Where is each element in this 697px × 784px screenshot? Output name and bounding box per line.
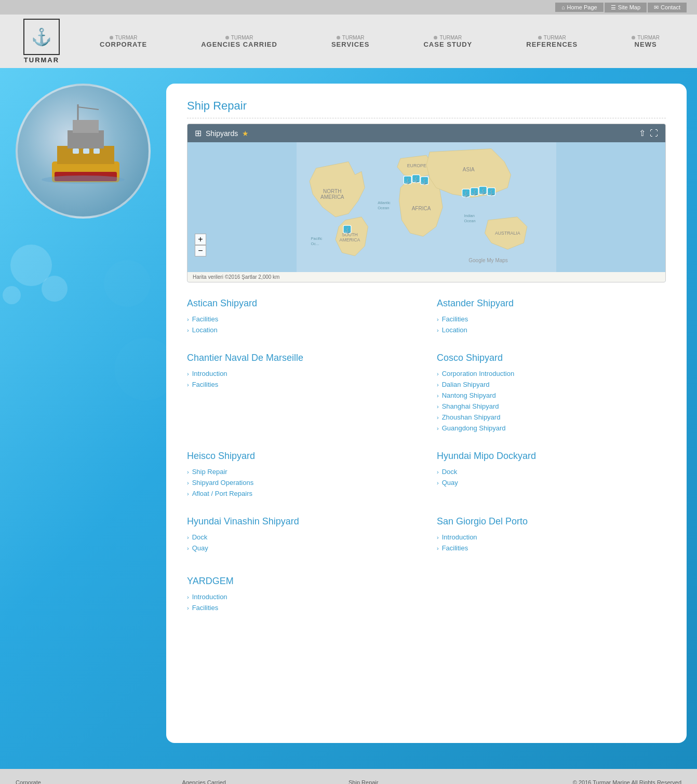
site-map-button[interactable]: ☰ Site Map	[605, 3, 647, 12]
svg-text:AMERICA: AMERICA	[320, 194, 344, 200]
map-zoom-in-button[interactable]: +	[195, 234, 206, 245]
sangiorgio-intro-link[interactable]: › Introduction	[437, 533, 666, 541]
arrow-icon: ›	[187, 491, 189, 497]
nav-dot-services	[337, 36, 340, 39]
nav-corporate[interactable]: TURMAR CORPORATE	[100, 35, 147, 48]
astander-facilities-link[interactable]: › Facilities	[437, 315, 666, 323]
svg-text:⚓: ⚓	[404, 177, 412, 184]
nav-news[interactable]: TURMAR NEWS	[632, 35, 660, 48]
cosco-dalian-link[interactable]: › Dalian Shipyard	[437, 381, 666, 388]
main-area: Ship Repair ⊞ Shipyards ★ ⇧ ⛶	[0, 68, 697, 769]
yardgem-facilities-link[interactable]: › Facilities	[187, 604, 666, 612]
arrow-icon: ›	[187, 469, 189, 475]
cosco-zhoushan-link[interactable]: › Zhoushan Shipyard	[437, 413, 666, 421]
shipyard-cosco-title: Cosco Shipyard	[437, 353, 666, 363]
contact-button[interactable]: ✉ Contact	[648, 3, 687, 12]
footer-copyright: © 2016 Turmar Marine All Rights Reserved	[515, 779, 682, 784]
nav-agencies[interactable]: TURMAR AGENCIES CARRIED	[201, 35, 277, 48]
nav-references[interactable]: TURMAR REFERENCES	[526, 35, 578, 48]
arrow-icon: ›	[187, 480, 189, 486]
cosco-corp-link[interactable]: › Corporation Introduction	[437, 370, 666, 377]
map-header-left: ⊞ Shipyards ★	[195, 128, 249, 138]
home-page-button[interactable]: ⌂ Home Page	[555, 3, 604, 12]
arrow-icon: ›	[437, 534, 439, 540]
svg-text:⚓: ⚓	[412, 175, 420, 183]
heisco-afloat-link[interactable]: › Afloat / Port Repairs	[187, 490, 416, 497]
map-header-icons: ⇧ ⛶	[639, 128, 658, 138]
svg-rect-4	[73, 120, 99, 133]
nav-dot-news	[632, 36, 635, 39]
vinashin-quay-link[interactable]: › Quay	[187, 544, 416, 552]
svg-text:AUSTRALIA: AUSTRALIA	[495, 231, 520, 236]
heisco-ship-repair-link[interactable]: › Ship Repair	[187, 468, 416, 476]
cosco-shanghai-link[interactable]: › Shanghai Shipyard	[437, 402, 666, 410]
cosco-nantong-link[interactable]: › Nantong Shipyard	[437, 391, 666, 399]
content-panel: Ship Repair ⊞ Shipyards ★ ⇧ ⛶	[166, 84, 687, 743]
svg-text:⚓: ⚓	[421, 178, 428, 185]
nav-services[interactable]: TURMAR SERVICES	[331, 35, 370, 48]
svg-text:Pacific: Pacific	[311, 236, 323, 241]
sangiorgio-facilities-link[interactable]: › Facilities	[437, 544, 666, 552]
shipyard-astander: Astander Shipyard › Facilities › Locatio…	[437, 298, 666, 337]
map-container[interactable]: ⊞ Shipyards ★ ⇧ ⛶	[187, 124, 666, 282]
map-grid-icon: ⊞	[195, 128, 202, 138]
svg-text:⚓: ⚓	[471, 188, 479, 196]
footer-col-3: Ship Repair Ship Spare Parts Supply AMI …	[348, 779, 515, 784]
yardgem-intro-link[interactable]: › Introduction	[187, 593, 666, 601]
nav-casestudy[interactable]: TURMAR CASE STUDY	[423, 35, 472, 48]
map-fullscreen-button[interactable]: ⛶	[650, 128, 658, 138]
mipo-quay-link[interactable]: › Quay	[437, 479, 666, 486]
map-header: ⊞ Shipyards ★ ⇧ ⛶	[187, 124, 665, 142]
svg-point-10	[42, 175, 125, 184]
arrow-icon: ›	[437, 425, 439, 431]
footer-agencies-link[interactable]: Agencies Carried	[182, 779, 349, 784]
heisco-shipyard-ops-link[interactable]: › Shipyard Operations	[187, 479, 416, 486]
world-map-svg: NORTH AMERICA SOUTH AMERICA EUROPE AFRIC…	[187, 142, 665, 272]
astican-facilities-link[interactable]: › Facilities	[187, 315, 416, 323]
astander-location-link[interactable]: › Location	[437, 326, 666, 334]
arrow-icon: ›	[187, 534, 189, 540]
svg-text:⚓: ⚓	[344, 226, 352, 234]
shipyard-astican-title: Astican Shipyard	[187, 298, 416, 309]
ship-svg	[31, 99, 135, 203]
map-zoom-out-button[interactable]: −	[195, 245, 206, 256]
shipyard-hyundai-mipo-title: Hyundai Mipo Dockyard	[437, 451, 666, 462]
shipyard-heisco: Heisco Shipyard › Ship Repair › Shipyard…	[187, 451, 416, 501]
shipyards-grid: Astican Shipyard › Facilities › Location…	[187, 298, 666, 571]
shipyard-chantier-title: Chantier Naval De Marseille	[187, 353, 416, 363]
shipyard-heisco-title: Heisco Shipyard	[187, 451, 416, 462]
map-star: ★	[242, 129, 249, 138]
mipo-dock-link[interactable]: › Dock	[437, 468, 666, 476]
shipyard-hyundai-vinashin-title: Hyundai Vinashin Shipyard	[187, 516, 416, 527]
ship-circle-area	[0, 78, 166, 748]
svg-line-9	[78, 107, 99, 110]
chantier-introduction-link[interactable]: › Introduction	[187, 370, 416, 377]
map-share-button[interactable]: ⇧	[639, 128, 646, 138]
svg-text:EUROPE: EUROPE	[407, 163, 426, 168]
chantier-facilities-link[interactable]: › Facilities	[187, 381, 416, 388]
footer-right: © 2016 Turmar Marine All Rights Reserved…	[515, 779, 682, 784]
logo-area: ⚓ TURMAR	[10, 19, 73, 64]
footer-ship-repair-link[interactable]: Ship Repair	[348, 779, 515, 784]
shipyard-chantier: Chantier Naval De Marseille › Introducti…	[187, 353, 416, 435]
footer-col-2: Agencies Carried Technical Ship Supply C…	[182, 779, 349, 784]
shipyard-san-giorgio-title: San Giorgio Del Porto	[437, 516, 666, 527]
svg-text:Ocean: Ocean	[464, 219, 476, 223]
footer-corporate-link[interactable]: Corporate	[16, 779, 182, 784]
svg-text:Atlantic: Atlantic	[378, 200, 391, 205]
nav-dot-casestudy	[434, 36, 437, 39]
svg-text:Ocean: Ocean	[378, 206, 389, 210]
arrow-icon: ›	[437, 371, 439, 377]
arrow-icon: ›	[187, 316, 189, 322]
logo-icon: ⚓	[23, 19, 60, 55]
arrow-icon: ›	[187, 327, 189, 333]
shipyard-yardgem: YARDGEM › Introduction › Facilities	[187, 576, 666, 612]
arrow-icon: ›	[437, 316, 439, 322]
footer-col-1: Corporate Recondition of engine componen…	[16, 779, 182, 784]
vinashin-dock-link[interactable]: › Dock	[187, 533, 416, 541]
cosco-guangdong-link[interactable]: › Guangdong Shipyard	[437, 424, 666, 432]
astican-location-link[interactable]: › Location	[187, 326, 416, 334]
map-body[interactable]: NORTH AMERICA SOUTH AMERICA EUROPE AFRIC…	[187, 142, 665, 272]
ship-image	[16, 84, 151, 219]
arrow-icon: ›	[437, 382, 439, 388]
